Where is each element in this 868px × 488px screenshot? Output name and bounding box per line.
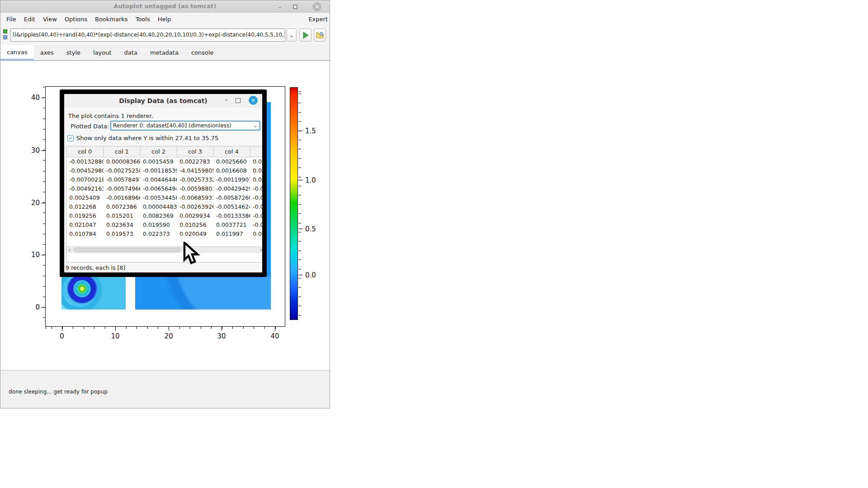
tab-style[interactable]: style [60, 45, 87, 60]
dialog-maximize-button[interactable] [236, 98, 241, 103]
colorbar-tick-label: 0.5 [305, 225, 321, 233]
column-header[interactable]: col 4 [213, 146, 250, 157]
tab-console[interactable]: console [185, 45, 220, 60]
colorbar-minor-ticks [298, 87, 301, 320]
display-data-dialog: Display Data (as tomcat) – ✕ The plot co… [60, 89, 267, 277]
x-tick-label: 30 [212, 332, 231, 340]
tab-bar: canvas axes style layout data metadata c… [0, 45, 330, 61]
plotted-data-select[interactable]: Renderer 0: dataset[40,40] (dimensionles… [110, 121, 260, 131]
x-tick-label: 0 [53, 332, 71, 340]
colorbar[interactable] [290, 87, 298, 320]
scroll-left-icon[interactable]: ‹ [66, 247, 73, 253]
x-tick-label: 10 [106, 332, 124, 340]
table-row[interactable]: 0.0107840.0195730.0223730.0200490.011997… [66, 229, 262, 238]
green-square-icon [3, 29, 7, 33]
dialog-minimize-button[interactable]: – [225, 96, 228, 103]
renderer-summary-text: The plot contains 1 renderer. [68, 113, 153, 119]
file-browse-button[interactable] [314, 28, 326, 42]
y-tick-label: 40 [22, 94, 40, 102]
tab-metadata[interactable]: metadata [144, 45, 185, 60]
window-maximize-button[interactable] [291, 2, 300, 11]
maximize-icon [293, 5, 297, 9]
table-row[interactable]: -0.00132880...0.0000836620.00154590.0022… [66, 157, 262, 166]
window-titlebar[interactable]: Autoplot untagged (as tomcat) – ✕ [0, 0, 330, 13]
tab-data[interactable]: data [118, 45, 144, 60]
colorbar-tick-label: 1.5 [305, 127, 321, 135]
menu-tools[interactable]: Tools [136, 16, 150, 23]
datasource-type-icon[interactable] [3, 29, 9, 41]
table-header-row: col 0 col 1 col 2 col 3 col 4 [66, 146, 262, 157]
menu-bar: File Edit View Options Bookmarks Tools H… [0, 13, 330, 25]
y-tick-label: 0 [22, 303, 40, 311]
filter-checkbox[interactable]: ✓ [67, 135, 74, 141]
plot-canvas[interactable]: 0 10 20 30 40 40 30 20 10 0 1.5 1.0 0.5 … [0, 61, 330, 370]
menu-view[interactable]: View [43, 16, 57, 23]
expert-mode-label[interactable]: Expert [308, 16, 328, 23]
mouse-cursor [183, 242, 201, 267]
menu-bookmarks[interactable]: Bookmarks [95, 16, 128, 23]
menu-help[interactable]: Help [158, 16, 171, 23]
horizontal-scrollbar[interactable]: ‹ › [66, 246, 262, 253]
folder-magnifier-icon [316, 32, 324, 39]
column-header[interactable]: col 2 [140, 146, 177, 157]
status-bar: done sleeping... get ready for popup [0, 370, 330, 408]
colorbar-tick-label: 0.0 [305, 271, 321, 279]
dialog-titlebar[interactable]: Display Data (as tomcat) – ✕ [64, 94, 262, 108]
column-header[interactable] [250, 146, 262, 157]
y-axis-minor-ticks [43, 86, 45, 327]
x-axis-minor-ticks [45, 327, 285, 329]
table-row[interactable]: 0.0192560.0152010.00823690.0029934-0.001… [66, 211, 262, 220]
table-row[interactable]: -0.00700218...-0.00578497...-0.00446446.… [66, 175, 262, 184]
y-tick-label: 20 [22, 199, 40, 207]
menu-options[interactable]: Options [65, 16, 87, 23]
table-row[interactable]: -0.00492163...-0.00574966...-0.00656494.… [66, 184, 262, 193]
dialog-title: Display Data (as tomcat) [64, 97, 262, 104]
y-tick-label: 10 [22, 251, 40, 259]
table-row[interactable]: 0.0210470.0236340.0195900.0102560.003772… [66, 220, 262, 229]
column-header[interactable]: col 1 [104, 146, 140, 157]
colorbar-tick-label: 1.0 [305, 176, 321, 184]
column-header[interactable]: col 3 [177, 146, 213, 157]
plotted-data-label: Plotted Data: [71, 123, 109, 130]
x-tick-label: 40 [266, 332, 284, 340]
window-minimize-button[interactable]: – [275, 2, 284, 11]
records-count-label: 9 records, each is [8] [66, 264, 125, 271]
column-header[interactable]: col 0 [66, 146, 104, 157]
x-tick-label: 20 [160, 332, 178, 340]
uri-toolbar: l)&ripples(40,40)+rand(40,40)*(exp(-dist… [0, 25, 330, 45]
data-table[interactable]: col 0 col 1 col 2 col 3 col 4 -0.0013288… [66, 146, 262, 263]
y-tick-label: 30 [22, 146, 40, 155]
uri-dropdown-button[interactable]: ⌄ [287, 28, 297, 42]
table-row[interactable]: 0.0122680.00723860.000044839-0.00263926.… [66, 202, 262, 211]
filter-label: Show only data where Y is within 27.41 t… [76, 135, 218, 141]
dialog-close-button[interactable]: ✕ [249, 96, 258, 105]
window-close-button[interactable]: ✕ [312, 2, 321, 11]
scrollbar-thumb[interactable] [73, 248, 181, 252]
table-row[interactable]: 0.0025409-0.00168966...-0.00534458...-0.… [66, 193, 262, 202]
blue-square-icon [3, 35, 7, 39]
table-row[interactable]: -0.00452980...-0.00275250...-0.00118539.… [66, 166, 262, 175]
scroll-right-icon[interactable]: › [258, 247, 262, 253]
uri-input[interactable]: l)&ripples(40,40)+rand(40,40)*(exp(-dist… [10, 28, 285, 42]
tab-canvas[interactable]: canvas [0, 45, 34, 60]
play-icon [302, 32, 309, 39]
plotted-data-value: Renderer 0: dataset[40,40] (dimensionles… [113, 122, 231, 129]
tab-layout[interactable]: layout [87, 45, 118, 60]
plot-go-button[interactable] [299, 28, 311, 42]
menu-file[interactable]: File [6, 16, 16, 23]
menu-edit[interactable]: Edit [24, 16, 35, 23]
chevron-down-icon: ⌄ [253, 122, 258, 130]
filter-row: ✓ Show only data where Y is within 27.41… [67, 135, 218, 141]
tab-axes[interactable]: axes [34, 45, 60, 60]
status-message: done sleeping... get ready for popup [9, 389, 108, 395]
autoplot-window: Autoplot untagged (as tomcat) – ✕ File E… [0, 0, 330, 408]
